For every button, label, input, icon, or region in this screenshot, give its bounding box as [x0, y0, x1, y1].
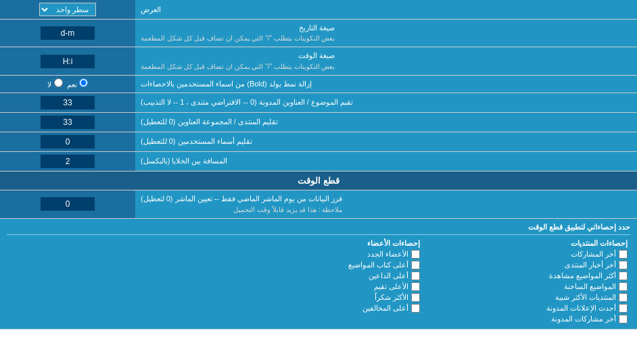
- topic-order-label: تقيم الموضوع / العناوين المدونة (0 -- ال…: [135, 93, 637, 112]
- checkbox-most-thanked-input[interactable]: [411, 293, 420, 302]
- date-format-label: صيغة التاريخبعض التكوينات يتطلب "/" التي…: [135, 20, 637, 47]
- forum-group-label: تقليم المنتدى / المجموعة العناوين (0 للت…: [135, 113, 637, 132]
- checkbox-top-writers[interactable]: أعلى كتاب المواضيع: [217, 261, 419, 269]
- checkbox-new-members[interactable]: الأعضاء الجدد: [217, 250, 419, 259]
- cutoff-days-input-cell: [0, 190, 135, 217]
- cutoff-days-input[interactable]: [41, 197, 95, 211]
- checkboxes-title-row: حدد إحصاءاتي لتطبيق قطع الوقت: [7, 223, 630, 235]
- checkbox-forum-news-input[interactable]: [619, 261, 628, 269]
- members-stats-col: إحصاءات الأعضاء الأعضاء الجدد أعلى كتاب …: [214, 238, 422, 325]
- checkbox-similar-forums[interactable]: المنتديات الأكثر شبية: [425, 293, 628, 302]
- display-select-cell: سطر واحد سطرين ثلاثة أسطر: [0, 0, 135, 19]
- checkbox-most-viewed-input[interactable]: [619, 271, 628, 280]
- checkbox-top-violators-input[interactable]: [411, 304, 420, 313]
- extra-col: [7, 238, 214, 325]
- checkbox-last-posts[interactable]: أخر المشاركات: [425, 250, 628, 259]
- checkbox-top-rated-input[interactable]: [411, 282, 420, 291]
- cutoff-days-label: فرز البيانات من يوم الماشر الماضي فقط --…: [135, 190, 637, 217]
- checkbox-latest-announcements-input[interactable]: [619, 304, 628, 313]
- checkbox-top-writers-input[interactable]: [411, 261, 420, 269]
- checkbox-top-rated[interactable]: الأعلى تقيم: [217, 282, 419, 291]
- checkbox-forum-news[interactable]: أخر أخبار المنتدى: [425, 261, 628, 269]
- checkbox-top-violators[interactable]: أعلى المخالفين: [217, 304, 419, 313]
- bold-remove-input-cell: نعم لا: [0, 76, 135, 93]
- bold-no-label: لا: [47, 78, 62, 89]
- checkboxes-columns: إحصاءات المنتديات أخر المشاركات أخر أخبا…: [7, 238, 630, 325]
- checkbox-latest-announcements[interactable]: أحدث الإعلانات المدونة: [425, 304, 628, 313]
- checkbox-top-inviters[interactable]: أعلى الداعين: [217, 271, 419, 280]
- time-format-row: صيغة الوقتبعض التكوينات يتطلب "/" التي ي…: [0, 47, 637, 75]
- forums-stats-col: إحصاءات المنتديات أخر المشاركات أخر أخبا…: [423, 238, 630, 325]
- checkbox-last-posts-input[interactable]: [619, 250, 628, 259]
- date-format-input[interactable]: [41, 26, 95, 40]
- top-row: العرض سطر واحد سطرين ثلاثة أسطر: [0, 0, 637, 20]
- bold-yes-label: نعم: [67, 78, 88, 89]
- bold-remove-label: إزالة نمط بولد (Bold) من اسماء المستخدمي…: [135, 76, 637, 93]
- topic-order-row: تقيم الموضوع / العناوين المدونة (0 -- ال…: [0, 93, 637, 113]
- bold-remove-row: إزالة نمط بولد (Bold) من اسماء المستخدمي…: [0, 76, 637, 93]
- members-stats-title: إحصاءات الأعضاء: [217, 239, 419, 248]
- forum-group-row: تقليم المنتدى / المجموعة العناوين (0 للت…: [0, 113, 637, 132]
- forum-group-input-cell: [0, 113, 135, 132]
- trim-users-label: تقليم أسماء المستخدمين (0 للتعطيل): [135, 132, 637, 151]
- time-format-input-cell: [0, 47, 135, 74]
- checkbox-blog-posts[interactable]: أخر مشاركات المدونة: [425, 315, 628, 323]
- display-select[interactable]: سطر واحد سطرين ثلاثة أسطر: [39, 3, 96, 16]
- forums-stats-title: إحصاءات المنتديات: [425, 239, 628, 248]
- trim-users-input-cell: [0, 132, 135, 151]
- checkbox-similar-forums-input[interactable]: [619, 293, 628, 302]
- checkbox-top-inviters-input[interactable]: [411, 271, 420, 280]
- checkbox-most-viewed[interactable]: أكثر المواضيع مشاهدة: [425, 271, 628, 280]
- checkbox-blog-posts-input[interactable]: [619, 315, 628, 323]
- date-format-input-cell: [0, 20, 135, 47]
- bold-no-radio[interactable]: [54, 78, 63, 87]
- topic-order-input[interactable]: [41, 96, 95, 109]
- cutoff-section-header: قطع الوقت: [0, 172, 637, 190]
- cutoff-days-row: فرز البيانات من يوم الماشر الماضي فقط --…: [0, 190, 637, 218]
- bold-yes-radio[interactable]: [79, 78, 88, 87]
- cell-spacing-label: المسافة بين الخلايا (بالبكسل): [135, 152, 637, 171]
- checkbox-hot-topics-input[interactable]: [619, 282, 628, 291]
- time-format-label: صيغة الوقتبعض التكوينات يتطلب "/" التي ي…: [135, 47, 637, 74]
- checkbox-hot-topics[interactable]: المواضيع الساخنة: [425, 282, 628, 291]
- date-format-row: صيغة التاريخبعض التكوينات يتطلب "/" التي…: [0, 20, 637, 47]
- checkbox-new-members-input[interactable]: [411, 250, 420, 259]
- time-format-input[interactable]: [41, 55, 95, 68]
- trim-users-row: تقليم أسماء المستخدمين (0 للتعطيل): [0, 132, 637, 152]
- display-label: العرض: [135, 0, 637, 19]
- topic-order-input-cell: [0, 93, 135, 112]
- checkboxes-main-title: حدد إحصاءاتي لتطبيق قطع الوقت: [7, 223, 630, 232]
- cell-spacing-input[interactable]: [41, 155, 95, 168]
- cell-spacing-input-cell: [0, 152, 135, 171]
- cell-spacing-row: المسافة بين الخلايا (بالبكسل): [0, 152, 637, 172]
- checkbox-most-thanked[interactable]: الأكثر شكراً: [217, 293, 419, 302]
- trim-users-input[interactable]: [41, 135, 95, 149]
- forum-group-input[interactable]: [41, 115, 95, 129]
- checkboxes-section: حدد إحصاءاتي لتطبيق قطع الوقت إحصاءات ال…: [0, 219, 637, 330]
